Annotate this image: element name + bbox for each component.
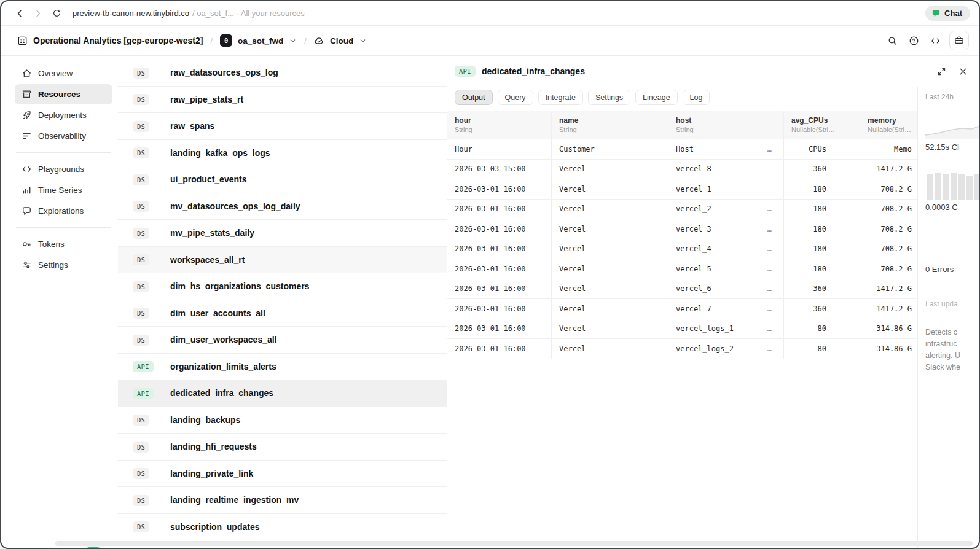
cell-cpus: 180 [784,179,860,199]
tab-log[interactable]: Log [683,90,710,105]
description-line: Slack whe [925,362,979,373]
resource-row[interactable]: DSdim_user_accounts_all [118,300,447,327]
column-header[interactable]: hostString [668,111,784,139]
host-value: vercel_6 [676,284,711,293]
resource-type-badge: DS [133,174,149,185]
ellipsis-icon: … [767,244,772,253]
table-row[interactable]: 2026-03-03 15:00Vercelvercel_83601417.2 … [447,160,917,180]
table-row[interactable]: 2026-03-01 16:00Vercelvercel_logs_1…8031… [447,319,917,340]
cell-hour: 2026-03-01 16:00 [447,299,552,319]
resource-row[interactable]: DSraw_spans [118,113,447,140]
close-icon[interactable] [958,67,968,76]
search-icon[interactable] [882,31,903,50]
workspace-name[interactable]: Operational Analytics [gcp-europe-west2] [33,36,203,45]
resource-row[interactable]: DSmv_datasources_ops_log_daily [118,193,447,220]
panel-type-badge: API [455,66,476,77]
table-row[interactable]: 2026-03-01 16:00Vercelvercel_1180708.2 G [447,179,917,200]
table-row[interactable]: 2026-03-01 16:00Vercelvercel_2…180708.2 … [447,200,917,220]
cell-cpus: 80 [784,319,860,339]
resource-row[interactable]: DSdim_user_workspaces_all [118,327,447,354]
tab-query[interactable]: Query [498,90,533,105]
sidebar-item-deployments[interactable]: Deployments [15,105,112,125]
resource-row[interactable]: DSdim_hs_organizations_customers [118,273,447,300]
column-type: Nullable(Stri… [868,126,911,133]
latency-sparkline [925,107,979,139]
panel-header: API dedicated_infra_changes [447,56,979,87]
detail-panel: API dedicated_infra_changes OutputQueryI… [447,56,979,548]
resource-row[interactable]: DSlanding_private_link [118,461,447,488]
resource-row[interactable]: DSraw_datasources_ops_log [118,60,447,87]
resource-name: landing_private_link [170,469,253,478]
cell-memory: 314.86 G [860,339,917,359]
table-row[interactable]: 2026-03-01 16:00Vercelvercel_7…3601417.2… [447,299,917,319]
tab-output[interactable]: Output [455,90,493,105]
environment-name[interactable]: Cloud [330,36,353,45]
resource-type-badge: DS [133,94,149,105]
resource-row[interactable]: DSworkspaces_all_rt [118,247,447,274]
sidebar-item-time-series[interactable]: Time Series [15,180,112,200]
tab-integrate[interactable]: Integrate [538,90,583,105]
sidebar-item-explorations[interactable]: Explorations [15,201,112,221]
sidebar-item-resources[interactable]: Resources [15,84,112,104]
table-row[interactable]: 2026-03-01 16:00Vercelvercel_5…180708.2 … [447,259,917,279]
chevron-down-icon[interactable] [359,37,367,45]
chevron-down-icon[interactable] [289,37,297,45]
table-row[interactable]: HourCustomerHost…CPUsMemo [447,139,917,160]
resource-row[interactable]: DSlanding_hfi_requests [118,434,447,461]
host-value: vercel_4 [676,244,711,253]
cell-name: Vercel [552,279,668,299]
tab-lineage[interactable]: Lineage [635,90,678,105]
expand-icon[interactable] [937,67,946,76]
sidebar-nav: OverviewResourcesDeploymentsObservabilit… [1,56,118,548]
time-range-select[interactable]: Last 24h [925,93,979,101]
resource-row[interactable]: DSlanding_kafka_ops_logs [118,140,447,167]
resource-row[interactable]: DSsubscription_updates [118,514,447,541]
cell-name: Vercel [552,339,668,359]
table-body: HourCustomerHost…CPUsMemo2026-03-03 15:0… [447,139,917,359]
ellipsis-icon: … [767,305,772,313]
tab-settings[interactable]: Settings [588,90,630,105]
resource-row[interactable]: DSraw_pipe_stats_rt [118,87,447,114]
sidebar-item-tokens[interactable]: Tokens [15,234,112,254]
table-row[interactable]: 2026-03-01 16:00Vercelvercel_6…3601417.2… [447,279,917,300]
panel-content: OutputQueryIntegrateSettingsLineageLog h… [447,87,917,548]
resource-row[interactable]: DSmv_pipe_stats_daily [118,220,447,247]
column-header[interactable]: nameString [552,111,668,139]
table-row[interactable]: 2026-03-01 16:00Vercelvercel_logs_2…8031… [447,339,917,359]
chat-button[interactable]: Chat [925,6,970,21]
horizontal-scrollbar[interactable] [55,541,973,546]
sidebar-item-settings[interactable]: Settings [15,255,112,275]
url-display[interactable]: preview-tb-canon-new.tinybird.co / oa_so… [73,9,305,18]
cell-host: Host… [668,139,784,159]
resource-row[interactable]: DSlanding_realtime_ingestion_mv [118,487,447,514]
cell-cpus: 80 [784,339,860,359]
resource-type-badge: DS [133,442,149,453]
table-row[interactable]: 2026-03-01 16:00Vercelvercel_3…180708.2 … [447,219,917,239]
resource-type-badge-wrap: API [133,360,170,372]
branch-name[interactable]: oa_sot_fwd [238,36,283,45]
refresh-icon[interactable] [48,5,65,22]
code-icon[interactable] [925,31,946,50]
help-icon[interactable] [903,31,925,50]
resource-row[interactable]: DSlanding_backups [118,407,447,434]
toolbox-icon[interactable] [949,31,969,50]
column-header[interactable]: hourString [447,111,552,139]
back-icon[interactable] [11,5,28,22]
sidebar-item-observability[interactable]: Observability [15,126,112,146]
cell-hour: 2026-03-03 15:00 [447,160,552,179]
column-header[interactable]: avg_CPUsNullable(Stri… [784,111,860,139]
cell-cpus: 360 [784,279,860,299]
resource-row[interactable]: DSui_product_events [118,166,447,193]
column-header[interactable]: memoryNullable(Stri… [860,111,917,139]
resource-row[interactable]: APIdedicated_infra_changes [118,380,447,407]
sidebar-item-playgrounds[interactable]: Playgrounds [15,159,112,179]
cell-name: Vercel [552,200,668,219]
resource-row[interactable]: APIorganization_limits_alerts [118,354,447,381]
rocket-icon [22,110,32,120]
cell-memory: 708.2 G [860,200,917,219]
sidebar-item-label: Time Series [38,185,82,195]
volume-metric: 0.0003 C [925,203,979,212]
table-row[interactable]: 2026-03-01 16:00Vercelvercel_4…180708.2 … [447,239,917,260]
sidebar-item-overview[interactable]: Overview [15,63,112,84]
forward-icon[interactable] [29,5,47,22]
